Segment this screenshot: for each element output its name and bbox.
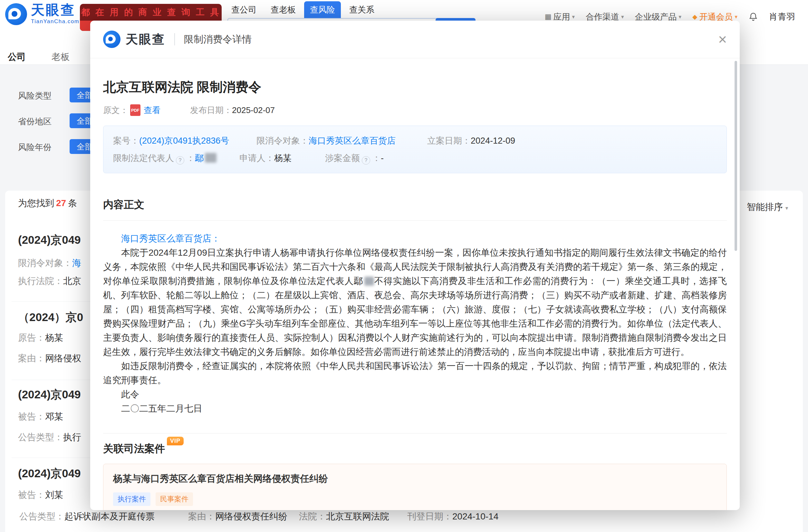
modal-title: 限制消费令详情 (184, 33, 252, 46)
document-title: 北京互联网法院 限制消费令 (103, 78, 727, 96)
tab-search-company[interactable]: 查公司 (225, 1, 262, 18)
result-item-title[interactable]: (2024)京049 (18, 232, 81, 248)
help-icon[interactable]: ? (176, 156, 184, 165)
tab-boss[interactable]: 老板 (52, 51, 70, 63)
chevron-down-icon: ▾ (621, 14, 624, 20)
filter-label-province: 省份地区 (18, 116, 52, 127)
result-item-field: 公告类型：起诉状副本及开庭传票 (19, 510, 155, 522)
result-item-field: 刊登日期：2024-10-14 (407, 510, 498, 522)
vip-badge: VIP (167, 437, 184, 445)
chevron-down-icon: ▾ (786, 205, 788, 211)
chevron-down-icon: ▾ (572, 14, 575, 20)
modal-header: 天眼查 限制消费令详情 × (90, 21, 740, 58)
file-date-field: 立案日期：2024-12-09 (427, 134, 515, 148)
pdf-file-icon: PDF (130, 104, 141, 116)
target-company-link[interactable]: 海口秀英区么章百货店： (103, 231, 727, 246)
order-date: 二〇二五年二月七日 (103, 402, 727, 416)
result-item-title[interactable]: （2024）京0 (18, 310, 83, 325)
view-original-link[interactable]: 查看 (144, 104, 161, 116)
filter-label-risk-year: 风险年份 (18, 142, 52, 153)
chevron-down-icon: ▾ (735, 14, 737, 20)
result-item-title[interactable]: (2024)京049 (18, 466, 81, 481)
results-count-number: 27 (56, 198, 66, 208)
case-tags: 执行案件 民事案件 (113, 492, 717, 506)
header-divider (174, 33, 175, 45)
order-body-text: 海口秀英区么章百货店： 本院于2024年12月09日立案执行申请人杨幂申请执行你… (103, 231, 727, 416)
results-count: 为您找到27条 (18, 197, 77, 209)
publish-date: 2025-02-07 (232, 105, 275, 115)
case-info-box: 案号：(2024)京0491执2836号 限消令对象：海口秀英区么章百货店 立案… (103, 126, 727, 173)
apps-grid-icon: ▦ (545, 13, 552, 21)
vip-diamond-icon: ◆ (692, 13, 697, 21)
section-divider (103, 433, 727, 434)
modal-scrollbar[interactable] (735, 61, 737, 251)
legal-rep-link[interactable]: 鄢 (195, 153, 204, 163)
target-field: 限消令对象：海口秀英区么章百货店 (256, 134, 396, 148)
restriction-order-modal: 天眼查 限制消费令详情 × 北京互联网法院 限制消费令 原文： PDF 查看 发… (90, 21, 740, 510)
modal-logo-text: 天眼查 (126, 31, 165, 48)
order-paragraph-1: 本院于2024年12月09日立案执行申请人杨幂申请执行你单位网络侵权责任纠纷一案… (103, 246, 727, 359)
result-item-field: 被告：刘某 (18, 489, 63, 501)
section-title-content: 内容正文 (103, 198, 727, 221)
username[interactable]: 肖青羽 (769, 11, 795, 22)
result-item-field: 案由：网络侵权责任纠纷 (188, 510, 287, 522)
target-link[interactable]: 海 (72, 258, 81, 268)
result-item-field: 执行法院：北京 (18, 275, 81, 287)
case-number-link[interactable]: (2024)京0491执2836号 (139, 136, 229, 146)
result-item-title[interactable]: (2024)京049 (18, 387, 81, 402)
result-item-field: 被告：邓某 (18, 411, 63, 423)
target-company-link[interactable]: 海口秀英区么章百货店 (309, 136, 396, 146)
applicant-field: 申请人：杨某 (239, 151, 292, 165)
order-paragraph-2: 如违反限制消费令，经查证属实的，本院将依照《中华人民共和国民事诉讼法》第一百一十… (103, 359, 727, 387)
tianyancha-logo-icon (5, 3, 27, 25)
result-item-field: 限消令对象：海 (18, 257, 81, 269)
logo-text: 天眼查 (31, 3, 79, 17)
legal-rep-field: 限制法定代表人?：鄢 (113, 151, 217, 165)
result-item-field: 案由：网络侵权 (18, 352, 81, 364)
amount-field: 涉案金额?：- (325, 151, 384, 165)
result-item-field: 原告：杨某 (18, 332, 63, 344)
redacted-name-blur (205, 153, 217, 163)
chevron-down-icon: ▾ (679, 14, 682, 20)
tab-search-risk[interactable]: 查风险 (304, 1, 341, 18)
promo-banner-title: 都 在 用 的 商 业 查 询 工 具 (80, 4, 222, 21)
help-icon[interactable]: ? (362, 156, 370, 165)
tianyancha-logo-icon (103, 31, 121, 48)
filter-label-risk-type: 风险类型 (18, 90, 52, 101)
sort-dropdown[interactable]: 智能排序 ▾ (747, 201, 788, 213)
result-item-field: 公告类型：执行 (18, 431, 81, 443)
redacted-name-blur (364, 277, 374, 286)
search-type-tabs: 查公司 查老板 查风险 查关系 (225, 1, 380, 18)
site-logo[interactable]: 天眼查 TianYanCha.com (5, 3, 79, 25)
case-number-field: 案号：(2024)京0491执2836号 (113, 134, 229, 148)
notification-bell-icon[interactable] (748, 12, 758, 22)
tab-search-boss[interactable]: 查老板 (265, 1, 301, 18)
order-closing: 此令 (103, 387, 727, 402)
logo-domain: TianYanCha.com (31, 19, 79, 24)
related-case-title[interactable]: 杨某与海口秀英区么章百货店相关网络侵权责任纠纷 (113, 472, 717, 485)
tab-company[interactable]: 公司 (8, 51, 26, 63)
section-title-related-cases: 关联司法案件 VIP (103, 442, 727, 456)
related-case-card[interactable]: 杨某与海口秀英区么章百货店相关网络侵权责任纠纷 执行案件 民事案件 (103, 464, 727, 510)
result-item-field: 法院：北京互联网法院 (299, 510, 389, 522)
document-meta: 原文： PDF 查看 发布日期： 2025-02-07 (103, 104, 727, 116)
tag-enforcement-case: 执行案件 (113, 492, 150, 506)
close-icon[interactable]: × (718, 32, 727, 47)
tag-civil-case: 民事案件 (155, 492, 193, 506)
modal-body: 北京互联网法院 限制消费令 原文： PDF 查看 发布日期： 2025-02-0… (90, 78, 740, 510)
tab-search-relation[interactable]: 查关系 (344, 1, 380, 18)
